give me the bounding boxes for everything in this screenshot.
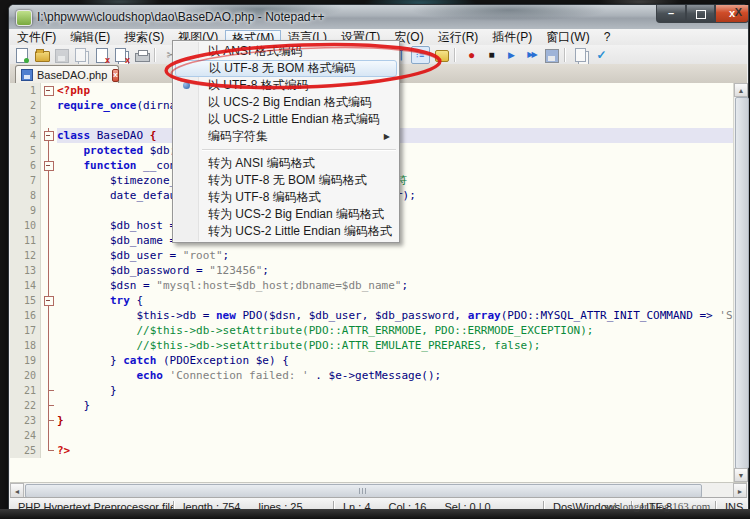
- menu-item-以-UTF-8-格式编码[interactable]: 以 UTF-8 格式编码: [175, 77, 397, 94]
- code-line-23[interactable]: 23}: [10, 413, 733, 428]
- minimize-button[interactable]: –: [656, 5, 686, 23]
- maximize-button[interactable]: [686, 5, 715, 23]
- play-macro-icon[interactable]: ▶: [503, 47, 520, 63]
- indent-guide-icon[interactable]: ⫶≡: [411, 46, 430, 64]
- fold-margin[interactable]: [41, 338, 57, 353]
- tab-basedao-php[interactable]: BaseDAO.php x: [15, 65, 119, 84]
- fold-margin[interactable]: [41, 353, 57, 368]
- line-number: 1: [10, 83, 41, 98]
- menubar-item-W[interactable]: 窗口(W): [539, 30, 596, 45]
- new-file-icon[interactable]: [13, 47, 30, 63]
- menu-item-转为-ANSI-编码格式[interactable]: 转为 ANSI 编码格式: [175, 155, 397, 172]
- menubar-item-S[interactable]: 搜索(S): [117, 30, 171, 45]
- menu-item-转为-UTF-8-编码格式[interactable]: 转为 UTF-8 编码格式: [175, 189, 397, 206]
- tab-close-icon[interactable]: x: [112, 69, 118, 82]
- word-wrap-icon[interactable]: [433, 47, 450, 63]
- scroll-down-icon[interactable]: ▼: [734, 468, 748, 482]
- code-line-18[interactable]: 18 //$this->db->setAttribute(PDO::ATTR_E…: [10, 338, 733, 353]
- menu-item-label: 以 UTF-8 无 BOM 格式编码: [209, 60, 356, 77]
- code-line-19[interactable]: 19 } catch (PDOException $e) {: [10, 353, 733, 368]
- menubar-item-?[interactable]: ?: [597, 30, 618, 45]
- fold-margin[interactable]: [41, 278, 57, 293]
- scroll-up-icon[interactable]: ▲: [734, 83, 748, 97]
- line-number: 13: [10, 263, 41, 278]
- fold-margin[interactable]: [41, 203, 57, 218]
- title-bar[interactable]: I:\phpwww\cloudshop\dao\BaseDAO.php - No…: [9, 5, 748, 29]
- code-line-13[interactable]: 13 $db_password = "123456";: [10, 263, 733, 278]
- menubar-item-F[interactable]: 文件(F): [10, 30, 63, 45]
- code-line-15[interactable]: 15 try {: [10, 293, 733, 308]
- fold-margin[interactable]: [41, 218, 57, 233]
- scroll-right-icon[interactable]: ►: [733, 483, 747, 498]
- code-line-21[interactable]: 21 }: [10, 383, 733, 398]
- menubar-close-icon[interactable]: X: [735, 6, 742, 18]
- code-line-14[interactable]: 14 $dsn = "mysql:host=$db_host;dbname=$d…: [10, 278, 733, 293]
- save-all-icon[interactable]: [73, 47, 90, 63]
- fold-margin[interactable]: [41, 323, 57, 338]
- horizontal-scrollbar[interactable]: ◄ ►: [10, 482, 747, 498]
- menu-item-以-UTF-8-无-BOM-格式编码[interactable]: 以 UTF-8 无 BOM 格式编码: [175, 60, 397, 77]
- fold-margin[interactable]: [41, 188, 57, 203]
- code-line-12[interactable]: 12 $db_user = "root";: [10, 248, 733, 263]
- stop-macro-icon[interactable]: ■: [483, 47, 500, 63]
- fold-margin[interactable]: [41, 128, 57, 143]
- menu-item-label: 以 UCS-2 Little Endian 格式编码: [208, 111, 380, 128]
- fold-margin[interactable]: [41, 443, 57, 458]
- close-all-icon[interactable]: x: [113, 47, 130, 63]
- spell-check-icon[interactable]: ✓: [593, 47, 610, 63]
- code-line-25[interactable]: 25?>: [10, 443, 733, 458]
- code-line-20[interactable]: 20 echo 'Connection failed: ' . $e->getM…: [10, 368, 733, 383]
- line-number: 25: [10, 443, 41, 458]
- menubar-item-E[interactable]: 编辑(E): [63, 30, 117, 45]
- horizontal-scroll-thumb[interactable]: [25, 484, 702, 498]
- fold-margin[interactable]: [41, 158, 57, 173]
- fold-margin[interactable]: [41, 263, 57, 278]
- save-icon[interactable]: [53, 47, 70, 63]
- vertical-scrollbar[interactable]: ▲ ▼: [733, 83, 748, 482]
- run-macro-multiple-icon[interactable]: ▶▶: [523, 47, 540, 63]
- fold-margin[interactable]: [41, 113, 57, 128]
- fold-margin[interactable]: [41, 83, 57, 98]
- scroll-left-icon[interactable]: ◄: [10, 483, 24, 498]
- code-line-16[interactable]: 16 $this->db = new PDO($dsn, $db_user, $…: [10, 308, 733, 323]
- doc-switcher-icon[interactable]: [573, 47, 590, 63]
- close-file-icon[interactable]: x: [93, 47, 110, 63]
- menu-item-转为-UCS-2-Big-Endian-编码格式[interactable]: 转为 UCS-2 Big Endian 编码格式: [175, 206, 397, 223]
- code-line-22[interactable]: 22 }: [10, 398, 733, 413]
- menubar-item-R[interactable]: 运行(R): [431, 30, 486, 45]
- line-number: 5: [10, 143, 41, 158]
- code-text: } catch (PDOException $e) {: [57, 353, 733, 368]
- fold-margin[interactable]: [41, 383, 57, 398]
- fold-margin[interactable]: [41, 98, 57, 113]
- close-button[interactable]: x: [715, 5, 749, 23]
- menu-item-以-UCS-2-Big-Endian-格式编码[interactable]: 以 UCS-2 Big Endian 格式编码: [175, 94, 397, 111]
- fold-margin[interactable]: [41, 248, 57, 263]
- code-line-24[interactable]: 24: [10, 428, 733, 443]
- fold-margin[interactable]: [41, 428, 57, 443]
- print-icon[interactable]: [133, 47, 150, 63]
- menu-item-以-UCS-2-Little-Endian-格式编码[interactable]: 以 UCS-2 Little Endian 格式编码: [175, 111, 397, 128]
- vertical-scroll-thumb[interactable]: [735, 97, 749, 469]
- menu-item-编码字符集[interactable]: 编码字符集▶: [175, 128, 397, 145]
- fold-margin[interactable]: [41, 308, 57, 323]
- fold-margin[interactable]: [41, 233, 57, 248]
- open-folder-icon[interactable]: [33, 47, 50, 63]
- fold-margin[interactable]: [41, 368, 57, 383]
- record-macro-icon[interactable]: ●: [463, 47, 480, 63]
- fold-margin[interactable]: [41, 143, 57, 158]
- line-number: 17: [10, 323, 41, 338]
- menu-item-转为-UTF-8-无-BOM-编码格式[interactable]: 转为 UTF-8 无 BOM 编码格式: [175, 172, 397, 189]
- fold-margin[interactable]: [41, 398, 57, 413]
- menu-item-转为-UCS-2-Little-Endian-编码格式[interactable]: 转为 UCS-2 Little Endian 编码格式: [175, 223, 397, 240]
- menubar-item-P[interactable]: 插件(P): [485, 30, 539, 45]
- fold-margin[interactable]: [41, 413, 57, 428]
- line-number: 3: [10, 113, 41, 128]
- fold-collapse-icon: [44, 131, 54, 141]
- line-number: 12: [10, 248, 41, 263]
- code-line-17[interactable]: 17 //$this->db->setAttribute(PDO::ATTR_E…: [10, 323, 733, 338]
- fold-margin[interactable]: [41, 173, 57, 188]
- save-macro-icon[interactable]: [543, 47, 560, 63]
- fold-margin[interactable]: [41, 293, 57, 308]
- line-number: 14: [10, 278, 41, 293]
- menu-item-以-ANSI-格式编码[interactable]: 以 ANSI 格式编码: [175, 43, 397, 60]
